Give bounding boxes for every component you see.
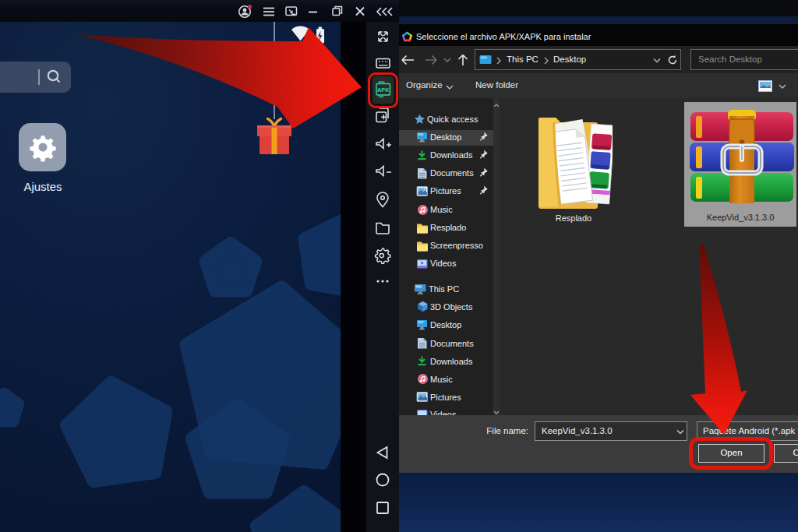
svg-text:Music: Music — [430, 375, 453, 384]
svg-text:Quick access: Quick access — [427, 115, 478, 124]
svg-text:Documents: Documents — [430, 339, 474, 348]
svg-text:Resplado: Resplado — [430, 223, 466, 232]
svg-text:Downloads: Downloads — [430, 150, 473, 160]
svg-text:Desktop: Desktop — [430, 320, 461, 329]
svg-text:Documents: Documents — [430, 168, 474, 178]
svg-text:Pictures: Pictures — [430, 186, 461, 196]
svg-text:Screenpresso: Screenpresso — [430, 241, 483, 250]
svg-text:Music: Music — [430, 205, 453, 214]
svg-text:Downloads: Downloads — [430, 357, 473, 366]
svg-text:3D Objects: 3D Objects — [430, 302, 473, 312]
svg-text:This PC: This PC — [429, 284, 459, 294]
svg-text:Videos: Videos — [430, 410, 457, 415]
svg-text:Desktop: Desktop — [430, 132, 461, 142]
svg-text:Pictures: Pictures — [430, 393, 461, 402]
svg-text:Videos: Videos — [430, 259, 457, 268]
